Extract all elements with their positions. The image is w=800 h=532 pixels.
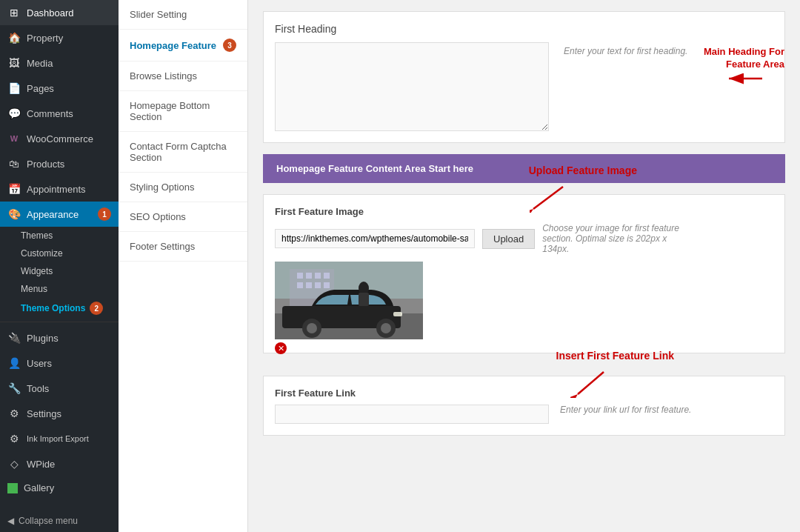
sidebar-item-label: Settings <box>27 408 61 419</box>
sidebar-item-label: Appointments <box>27 184 86 195</box>
sidebar-item-pages[interactable]: 📄 Pages <box>0 76 119 101</box>
first-heading-textarea[interactable] <box>275 42 549 131</box>
sidebar-item-ink-import-export[interactable]: ⚙ Ink Import Export <box>0 426 119 451</box>
sidebar-item-gallery[interactable]: Gallery <box>0 476 119 499</box>
sidebar-item-appointments[interactable]: 📅 Appointments <box>0 176 119 202</box>
users-icon: 👤 <box>7 356 21 370</box>
sidebar-item-label: Dashboard <box>27 7 74 19</box>
remove-image-button[interactable]: ✕ <box>275 342 287 354</box>
sidebar-sub-theme-options[interactable]: Theme Options 2 <box>0 298 119 319</box>
sidebar-item-label: Gallery <box>24 482 54 493</box>
sidebar-sub-widgets[interactable]: Widgets <box>0 262 119 280</box>
sidebar-item-woocommerce[interactable]: W WooCommerce <box>0 126 119 151</box>
first-feature-link-input[interactable] <box>275 405 549 424</box>
sidebar-item-products[interactable]: 🛍 Products <box>0 151 119 176</box>
sidebar-item-label: Property <box>27 33 63 44</box>
property-icon: 🏠 <box>7 31 21 44</box>
sidebar-item-settings[interactable]: ⚙ Settings <box>0 401 119 426</box>
sidebar-sub-themes[interactable]: Themes <box>0 227 119 245</box>
submenu-seo-options[interactable]: SEO Options <box>119 202 247 232</box>
svg-rect-13 <box>315 282 321 288</box>
svg-rect-8 <box>306 273 312 279</box>
sidebar-item-label: Media <box>27 58 53 69</box>
car-image-container: ✕ <box>275 262 423 339</box>
woocommerce-icon: W <box>7 132 21 145</box>
svg-rect-21 <box>393 312 402 316</box>
svg-point-18 <box>307 323 317 333</box>
first-feature-link-label: First Feature Link <box>275 388 773 399</box>
appearance-badge: 1 <box>98 207 111 221</box>
svg-rect-14 <box>324 282 330 288</box>
first-feature-image-label: First Feature Image <box>275 206 773 217</box>
wpide-icon: ◇ <box>7 457 21 471</box>
sidebar-item-label: Tools <box>27 383 49 394</box>
theme-options-badge: 2 <box>90 302 103 315</box>
link-row: Enter your link url for first feature. <box>275 405 773 424</box>
sidebar-item-dashboard[interactable]: ⊞ Dashboard <box>0 0 119 25</box>
sidebar-item-property[interactable]: 🏠 Property <box>0 25 119 50</box>
submenu-slider-setting[interactable]: Slider Setting <box>119 0 247 30</box>
sidebar-item-label: Plugins <box>27 333 59 344</box>
sidebar-divider <box>0 322 119 322</box>
sidebar-item-label: Ink Import Export <box>27 434 89 443</box>
first-heading-label: First Heading <box>275 23 773 42</box>
sidebar-item-label: Pages <box>27 83 54 94</box>
sidebar-item-label: Users <box>27 358 52 369</box>
svg-rect-23 <box>359 293 369 306</box>
sidebar-item-label: WooCommerce <box>27 133 93 144</box>
tools-icon: 🔧 <box>7 382 21 395</box>
sidebar-sub-customize[interactable]: Customize <box>0 245 119 262</box>
sidebar: ⊞ Dashboard 🏠 Property 🖼 Media 📄 Pages 💬… <box>0 0 119 532</box>
sidebar-item-wpide[interactable]: ◇ WPide <box>0 451 119 476</box>
sidebar-item-plugins[interactable]: 🔌 Plugins <box>0 325 119 350</box>
ink-import-export-icon: ⚙ <box>7 432 21 445</box>
sidebar-sub-menus[interactable]: Menus <box>0 280 119 298</box>
main-heading-arrow-icon <box>721 71 766 93</box>
svg-rect-10 <box>324 273 330 279</box>
submenu-homepage-feature[interactable]: Homepage Feature 3 <box>119 30 247 61</box>
submenu-styling-options[interactable]: Styling Options <box>119 173 247 202</box>
collapse-arrow-icon: ◀ <box>7 516 14 526</box>
media-icon: 🖼 <box>7 56 21 70</box>
feature-banner: Homepage Feature Content Area Start here <box>263 154 785 183</box>
products-icon: 🛍 <box>7 157 21 170</box>
collapse-menu-button[interactable]: ◀ Collapse menu <box>0 510 119 532</box>
svg-rect-9 <box>315 273 321 279</box>
svg-rect-11 <box>297 282 303 288</box>
svg-rect-7 <box>297 273 303 279</box>
appointments-icon: 📅 <box>7 182 21 196</box>
sidebar-item-comments[interactable]: 💬 Comments <box>0 101 119 126</box>
sidebar-item-label: Products <box>27 159 64 170</box>
settings-icon: ⚙ <box>7 407 21 420</box>
svg-point-20 <box>381 323 391 333</box>
sidebar-item-media[interactable]: 🖼 Media <box>0 50 119 76</box>
main-heading-annotation: Main Heading ForFeature Area <box>704 46 784 93</box>
comments-icon: 💬 <box>7 107 21 120</box>
upload-section-wrapper: Upload Feature Image First Feature Image… <box>263 194 785 353</box>
sidebar-item-label: Comments <box>27 108 73 119</box>
sidebar-item-users[interactable]: 👤 Users <box>0 350 119 376</box>
upload-url-input[interactable] <box>275 229 475 248</box>
first-feature-link-section: First Feature Link Enter your link url f… <box>263 376 785 436</box>
sidebar-item-label: WPide <box>27 459 55 470</box>
pages-icon: 📄 <box>7 82 21 95</box>
upload-button[interactable]: Upload <box>482 229 535 249</box>
submenu-browse-listings[interactable]: Browse Listings <box>119 61 247 91</box>
first-feature-link-hint: Enter your link url for first feature. <box>560 405 773 415</box>
car-image <box>275 262 423 339</box>
submenu-footer-settings[interactable]: Footer Settings <box>119 232 247 262</box>
sidebar-item-tools[interactable]: 🔧 Tools <box>0 376 119 401</box>
submenu-panel: Slider Setting Homepage Feature 3 Browse… <box>119 0 248 532</box>
sidebar-item-appearance[interactable]: 🎨 Appearance 1 <box>0 202 119 227</box>
main-content: First Heading Enter your text for first … <box>248 0 800 532</box>
gallery-icon <box>7 483 18 493</box>
upload-hint: Choose your image for first feature sect… <box>542 223 690 254</box>
svg-rect-12 <box>306 282 312 288</box>
link-section-wrapper: Insert First Feature Link First Feature … <box>263 376 785 436</box>
submenu-homepage-bottom[interactable]: Homepage Bottom Section <box>119 91 247 132</box>
homepage-feature-badge: 3 <box>223 39 236 52</box>
car-image-svg <box>275 262 423 339</box>
upload-row: Upload Choose your image for first featu… <box>275 223 773 254</box>
submenu-contact-form[interactable]: Contact Form Captcha Section <box>119 132 247 173</box>
dashboard-icon: ⊞ <box>7 6 21 19</box>
